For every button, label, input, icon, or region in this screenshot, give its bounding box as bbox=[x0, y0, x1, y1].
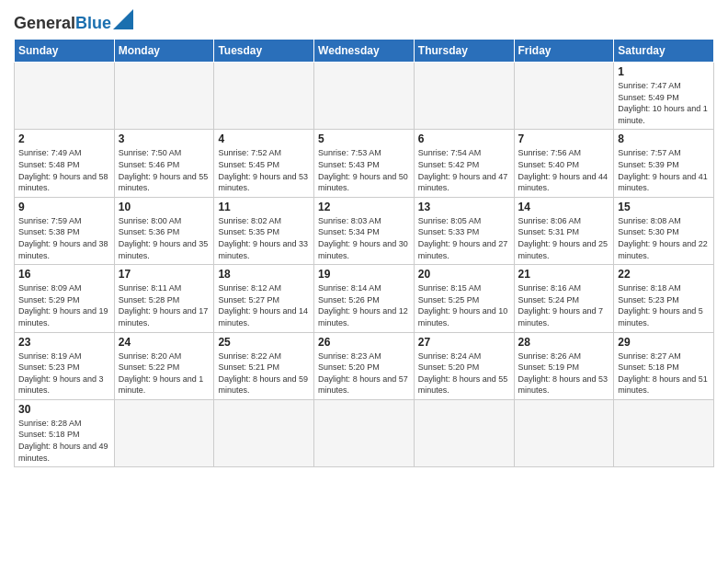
day-number: 25 bbox=[218, 336, 310, 349]
day-info: Sunrise: 7:53 AM Sunset: 5:43 PM Dayligh… bbox=[318, 147, 410, 193]
day-info: Sunrise: 7:57 AM Sunset: 5:39 PM Dayligh… bbox=[618, 147, 710, 193]
day-number: 20 bbox=[418, 268, 510, 281]
day-number: 11 bbox=[218, 201, 310, 213]
day-cell: 22Sunrise: 8:18 AM Sunset: 5:23 PM Dayli… bbox=[614, 265, 714, 332]
day-cell: 11Sunrise: 8:02 AM Sunset: 5:35 PM Dayli… bbox=[214, 197, 314, 264]
day-info: Sunrise: 8:00 AM Sunset: 5:36 PM Dayligh… bbox=[119, 215, 210, 261]
day-cell: 28Sunrise: 8:26 AM Sunset: 5:19 PM Dayli… bbox=[514, 332, 614, 399]
day-cell: 4Sunrise: 7:52 AM Sunset: 5:45 PM Daylig… bbox=[214, 130, 314, 197]
day-number: 7 bbox=[518, 132, 610, 145]
day-cell: 19Sunrise: 8:14 AM Sunset: 5:26 PM Dayli… bbox=[314, 265, 415, 332]
weekday-header-monday: Monday bbox=[114, 40, 214, 63]
day-number: 8 bbox=[618, 132, 710, 145]
day-cell bbox=[514, 399, 614, 466]
day-cell bbox=[114, 399, 214, 466]
day-number: 5 bbox=[318, 132, 410, 145]
day-info: Sunrise: 8:23 AM Sunset: 5:20 PM Dayligh… bbox=[318, 350, 410, 396]
day-number: 4 bbox=[218, 132, 310, 145]
day-info: Sunrise: 8:02 AM Sunset: 5:35 PM Dayligh… bbox=[218, 215, 310, 261]
weekday-header-tuesday: Tuesday bbox=[214, 40, 314, 63]
day-info: Sunrise: 8:11 AM Sunset: 5:28 PM Dayligh… bbox=[119, 282, 210, 328]
day-info: Sunrise: 8:05 AM Sunset: 5:33 PM Dayligh… bbox=[418, 215, 510, 261]
day-number: 14 bbox=[518, 201, 610, 213]
day-cell bbox=[314, 63, 415, 130]
day-cell: 5Sunrise: 7:53 AM Sunset: 5:43 PM Daylig… bbox=[314, 130, 415, 197]
day-info: Sunrise: 8:24 AM Sunset: 5:20 PM Dayligh… bbox=[418, 350, 510, 396]
day-cell: 9Sunrise: 7:59 AM Sunset: 5:38 PM Daylig… bbox=[15, 197, 115, 264]
day-cell: 17Sunrise: 8:11 AM Sunset: 5:28 PM Dayli… bbox=[114, 265, 214, 332]
day-number: 2 bbox=[18, 132, 110, 145]
day-cell bbox=[514, 63, 614, 130]
day-number: 13 bbox=[418, 201, 510, 213]
day-cell: 13Sunrise: 8:05 AM Sunset: 5:33 PM Dayli… bbox=[414, 197, 514, 264]
day-cell: 30Sunrise: 8:28 AM Sunset: 5:18 PM Dayli… bbox=[15, 399, 115, 466]
day-info: Sunrise: 7:59 AM Sunset: 5:38 PM Dayligh… bbox=[18, 215, 110, 261]
day-info: Sunrise: 8:22 AM Sunset: 5:21 PM Dayligh… bbox=[218, 350, 310, 396]
day-cell bbox=[214, 399, 314, 466]
day-info: Sunrise: 8:27 AM Sunset: 5:18 PM Dayligh… bbox=[618, 350, 710, 396]
weekday-header-sunday: Sunday bbox=[15, 40, 115, 63]
day-number: 29 bbox=[618, 336, 710, 349]
weekday-header-wednesday: Wednesday bbox=[314, 40, 415, 63]
day-cell: 25Sunrise: 8:22 AM Sunset: 5:21 PM Dayli… bbox=[214, 332, 314, 399]
logo-blue-word: Blue bbox=[75, 15, 111, 31]
day-info: Sunrise: 7:47 AM Sunset: 5:49 PM Dayligh… bbox=[618, 80, 710, 126]
day-number: 21 bbox=[518, 268, 610, 281]
day-info: Sunrise: 8:26 AM Sunset: 5:19 PM Dayligh… bbox=[518, 350, 610, 396]
day-info: Sunrise: 8:20 AM Sunset: 5:22 PM Dayligh… bbox=[119, 350, 210, 396]
day-cell: 12Sunrise: 8:03 AM Sunset: 5:34 PM Dayli… bbox=[314, 197, 415, 264]
day-cell: 6Sunrise: 7:54 AM Sunset: 5:42 PM Daylig… bbox=[414, 130, 514, 197]
week-row-2: 2Sunrise: 7:49 AM Sunset: 5:48 PM Daylig… bbox=[15, 130, 714, 197]
week-row-1: 1Sunrise: 7:47 AM Sunset: 5:49 PM Daylig… bbox=[15, 63, 714, 130]
day-cell: 8Sunrise: 7:57 AM Sunset: 5:39 PM Daylig… bbox=[614, 130, 714, 197]
day-number: 30 bbox=[18, 403, 110, 416]
day-info: Sunrise: 7:56 AM Sunset: 5:40 PM Dayligh… bbox=[518, 147, 610, 193]
day-number: 18 bbox=[218, 268, 310, 281]
day-info: Sunrise: 7:54 AM Sunset: 5:42 PM Dayligh… bbox=[418, 147, 510, 193]
day-cell: 23Sunrise: 8:19 AM Sunset: 5:23 PM Dayli… bbox=[15, 332, 115, 399]
day-cell: 21Sunrise: 8:16 AM Sunset: 5:24 PM Dayli… bbox=[514, 265, 614, 332]
day-info: Sunrise: 8:15 AM Sunset: 5:25 PM Dayligh… bbox=[418, 282, 510, 328]
day-number: 19 bbox=[318, 268, 410, 281]
day-info: Sunrise: 8:06 AM Sunset: 5:31 PM Dayligh… bbox=[518, 215, 610, 261]
day-cell: 3Sunrise: 7:50 AM Sunset: 5:46 PM Daylig… bbox=[114, 130, 214, 197]
day-number: 1 bbox=[618, 65, 710, 78]
day-cell: 24Sunrise: 8:20 AM Sunset: 5:22 PM Dayli… bbox=[114, 332, 214, 399]
day-info: Sunrise: 8:12 AM Sunset: 5:27 PM Dayligh… bbox=[218, 282, 310, 328]
day-cell bbox=[414, 399, 514, 466]
day-info: Sunrise: 7:50 AM Sunset: 5:46 PM Dayligh… bbox=[119, 147, 210, 193]
day-number: 3 bbox=[119, 132, 210, 145]
weekday-header-friday: Friday bbox=[514, 40, 614, 63]
day-cell: 14Sunrise: 8:06 AM Sunset: 5:31 PM Dayli… bbox=[514, 197, 614, 264]
day-cell: 29Sunrise: 8:27 AM Sunset: 5:18 PM Dayli… bbox=[614, 332, 714, 399]
day-info: Sunrise: 8:18 AM Sunset: 5:23 PM Dayligh… bbox=[618, 282, 710, 328]
day-cell: 27Sunrise: 8:24 AM Sunset: 5:20 PM Dayli… bbox=[414, 332, 514, 399]
day-cell bbox=[114, 63, 214, 130]
day-cell bbox=[614, 399, 714, 466]
day-cell: 10Sunrise: 8:00 AM Sunset: 5:36 PM Dayli… bbox=[114, 197, 214, 264]
logo: General Blue bbox=[14, 9, 133, 31]
day-info: Sunrise: 7:49 AM Sunset: 5:48 PM Dayligh… bbox=[18, 147, 110, 193]
day-number: 28 bbox=[518, 336, 610, 349]
day-cell: 2Sunrise: 7:49 AM Sunset: 5:48 PM Daylig… bbox=[15, 130, 115, 197]
page: General Blue SundayMondayTuesdayWednesda… bbox=[0, 0, 728, 563]
day-info: Sunrise: 8:09 AM Sunset: 5:29 PM Dayligh… bbox=[18, 282, 110, 328]
day-info: Sunrise: 8:14 AM Sunset: 5:26 PM Dayligh… bbox=[318, 282, 410, 328]
day-number: 10 bbox=[119, 201, 210, 213]
day-info: Sunrise: 8:08 AM Sunset: 5:30 PM Dayligh… bbox=[618, 215, 710, 261]
week-row-3: 9Sunrise: 7:59 AM Sunset: 5:38 PM Daylig… bbox=[15, 197, 714, 264]
day-cell: 26Sunrise: 8:23 AM Sunset: 5:20 PM Dayli… bbox=[314, 332, 415, 399]
day-number: 26 bbox=[318, 336, 410, 349]
day-info: Sunrise: 8:03 AM Sunset: 5:34 PM Dayligh… bbox=[318, 215, 410, 261]
day-cell: 20Sunrise: 8:15 AM Sunset: 5:25 PM Dayli… bbox=[414, 265, 514, 332]
week-row-5: 23Sunrise: 8:19 AM Sunset: 5:23 PM Dayli… bbox=[15, 332, 714, 399]
day-cell: 7Sunrise: 7:56 AM Sunset: 5:40 PM Daylig… bbox=[514, 130, 614, 197]
logo-triangle-icon bbox=[113, 9, 133, 29]
day-number: 23 bbox=[18, 336, 110, 349]
day-info: Sunrise: 8:19 AM Sunset: 5:23 PM Dayligh… bbox=[18, 350, 110, 396]
weekday-header-saturday: Saturday bbox=[614, 40, 714, 63]
svg-marker-0 bbox=[113, 9, 133, 29]
day-cell: 15Sunrise: 8:08 AM Sunset: 5:30 PM Dayli… bbox=[614, 197, 714, 264]
day-info: Sunrise: 8:28 AM Sunset: 5:18 PM Dayligh… bbox=[18, 418, 110, 464]
day-number: 9 bbox=[18, 201, 110, 213]
